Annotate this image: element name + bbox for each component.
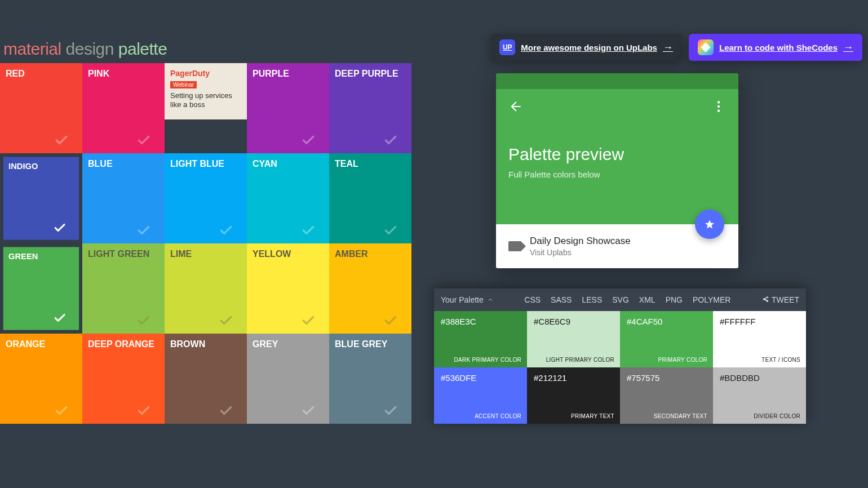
ad-tile[interactable]: PagerDutyWebinarSetting up services like…	[165, 63, 247, 153]
palette-hex: #388E3C	[441, 317, 520, 326]
palette-role: PRIMARY TEXT	[571, 413, 614, 419]
ad-tag: Webinar	[170, 81, 197, 88]
color-swatch-blue-grey[interactable]: BLUE GREY	[329, 334, 411, 424]
card-title: Daily Design Showcase	[530, 236, 631, 247]
color-swatch-blue[interactable]: BLUE	[82, 153, 165, 243]
more-options-icon[interactable]	[711, 99, 726, 114]
palette-preview-card: Palette preview Full Palette colors belo…	[496, 73, 738, 268]
arrow-right-icon: →	[663, 42, 673, 54]
swatch-label: GREY	[253, 339, 278, 349]
arrow-right-icon: →	[843, 42, 853, 54]
color-swatch-light-blue[interactable]: LIGHT BLUE	[165, 153, 247, 243]
swatch-label: INDIGO	[8, 162, 38, 172]
palette-hex: #536DFE	[441, 373, 520, 383]
preview-title: Palette preview	[508, 145, 726, 164]
palette-bar: Your Palette CSSSASSLESSSVGXMLPNGPOLYMER…	[434, 289, 806, 424]
export-less-button[interactable]: LESS	[582, 295, 602, 304]
svg-marker-0	[701, 42, 711, 52]
palette-cell-dark-primary-color[interactable]: #388E3CDARK PRIMARY COLOR	[434, 311, 527, 367]
swatch-label: LIGHT GREEN	[88, 249, 149, 259]
export-png-button[interactable]: PNG	[666, 295, 683, 304]
palette-hex: #BDBDBD	[720, 373, 799, 383]
share-icon	[761, 296, 769, 304]
swatch-label: AMBER	[335, 249, 368, 259]
color-swatch-amber[interactable]: AMBER	[329, 243, 411, 334]
color-swatch-teal[interactable]: TEAL	[329, 153, 411, 243]
palette-role: PRIMARY COLOR	[658, 357, 707, 363]
card-subtitle: Visit Uplabs	[530, 248, 631, 257]
palette-hex: #757575	[627, 373, 706, 383]
color-swatch-brown[interactable]: BROWN	[165, 334, 247, 424]
color-swatch-red[interactable]: RED	[0, 63, 82, 153]
svg-point-2	[718, 105, 720, 108]
palette-grid: #388E3CDARK PRIMARY COLOR#C8E6C9LIGHT PR…	[434, 311, 806, 424]
color-swatch-pink[interactable]: PINK	[82, 63, 165, 153]
palette-cell-primary-color[interactable]: #4CAF50PRIMARY COLOR	[620, 311, 713, 367]
title-word-design: design	[66, 39, 114, 58]
palette-role: DARK PRIMARY COLOR	[454, 357, 521, 363]
swatch-label: YELLOW	[253, 249, 291, 259]
palette-role: SECONDARY TEXT	[654, 413, 707, 419]
color-swatch-deep-purple[interactable]: DEEP PURPLE	[329, 63, 411, 153]
palette-cell-text-icons[interactable]: #FFFFFFTEXT / ICONS	[713, 311, 806, 367]
color-grid: REDPINKPagerDutyWebinarSetting up servic…	[0, 63, 411, 424]
export-sass-button[interactable]: SASS	[551, 295, 572, 304]
color-swatch-grey[interactable]: GREY	[247, 334, 329, 424]
color-swatch-cyan[interactable]: CYAN	[247, 153, 329, 243]
promo-bar: UP More awesome design on UpLabs → Learn…	[490, 34, 862, 61]
preview-appbar: Palette preview Full Palette colors belo…	[496, 89, 738, 224]
preview-subtitle: Full Palette colors below	[508, 170, 726, 179]
color-swatch-light-green[interactable]: LIGHT GREEN	[82, 243, 165, 334]
swatch-label: DEEP ORANGE	[88, 339, 154, 349]
preview-statusbar	[496, 73, 738, 89]
swatch-label: DEEP PURPLE	[335, 69, 398, 79]
palette-bar-title: Your Palette	[441, 295, 484, 304]
palette-cell-accent-color[interactable]: #536DFEACCENT COLOR	[434, 367, 527, 424]
export-polymer-button[interactable]: POLYMER	[693, 295, 730, 304]
palette-cell-light-primary-color[interactable]: #C8E6C9LIGHT PRIMARY COLOR	[527, 311, 620, 367]
ad-copy: Setting up services like a boss	[170, 91, 241, 109]
palette-role: LIGHT PRIMARY COLOR	[546, 357, 614, 363]
export-svg-button[interactable]: SVG	[612, 295, 629, 304]
palette-hex: #4CAF50	[627, 317, 706, 326]
color-swatch-orange[interactable]: ORANGE	[0, 334, 82, 424]
palette-hex: #C8E6C9	[534, 317, 613, 326]
swatch-label: CYAN	[253, 159, 277, 169]
title-word-palette: palette	[118, 39, 167, 58]
chevron-up-icon	[487, 296, 494, 303]
shecodes-icon	[698, 39, 714, 55]
swatch-label: BLUE GREY	[335, 339, 387, 349]
palette-cell-divider-color[interactable]: #BDBDBDDIVIDER COLOR	[713, 367, 806, 424]
back-arrow-icon[interactable]	[508, 99, 523, 114]
color-swatch-green[interactable]: GREEN	[3, 247, 79, 330]
palette-cell-secondary-text[interactable]: #757575SECONDARY TEXT	[620, 367, 713, 424]
color-swatch-yellow[interactable]: YELLOW	[247, 243, 329, 334]
color-swatch-deep-orange[interactable]: DEEP ORANGE	[82, 334, 165, 424]
swatch-label: RED	[6, 69, 25, 79]
swatch-label: LIME	[170, 249, 192, 259]
swatch-label: ORANGE	[6, 339, 45, 349]
uplabs-icon: UP	[499, 39, 515, 55]
palette-cell-primary-text[interactable]: #212121PRIMARY TEXT	[527, 367, 620, 424]
swatch-label: BLUE	[88, 159, 113, 169]
color-swatch-purple[interactable]: PURPLE	[247, 63, 329, 153]
fab-star-button[interactable]	[695, 210, 724, 239]
promo-uplabs-button[interactable]: UP More awesome design on UpLabs →	[490, 34, 682, 61]
palette-hex: #FFFFFF	[720, 317, 799, 326]
export-options: CSSSASSLESSSVGXMLPNGPOLYMER	[524, 295, 730, 304]
palette-role: ACCENT COLOR	[475, 413, 521, 419]
promo-shecodes-button[interactable]: Learn to code with SheCodes →	[689, 34, 862, 61]
export-css-button[interactable]: CSS	[524, 295, 541, 304]
color-swatch-indigo[interactable]: INDIGO	[3, 157, 79, 239]
swatch-label: TEAL	[335, 159, 358, 169]
export-xml-button[interactable]: XML	[639, 295, 656, 304]
palette-role: TEXT / ICONS	[761, 357, 800, 363]
share-tweet-button[interactable]: TWEET	[761, 295, 799, 304]
color-swatch-lime[interactable]: LIME	[165, 243, 247, 334]
svg-point-3	[718, 109, 720, 112]
palette-role: DIVIDER COLOR	[754, 413, 800, 419]
title-word-material: material	[3, 39, 61, 58]
promo-shecodes-label: Learn to code with SheCodes	[719, 43, 838, 52]
palette-bar-toggle[interactable]: Your Palette	[441, 295, 494, 304]
ad-brand: PagerDuty	[170, 69, 241, 78]
